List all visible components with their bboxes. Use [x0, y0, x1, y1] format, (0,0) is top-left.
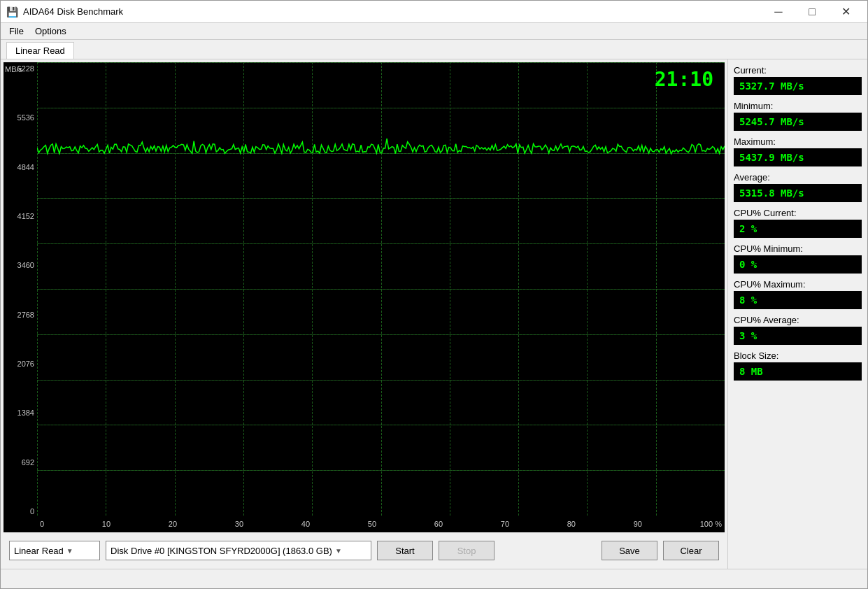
chart-y-axis: 6228 5536 4844 4152 3460 2768 2076 1384 …: [3, 62, 37, 516]
block-size-label: Block Size:: [734, 350, 862, 361]
stop-button[interactable]: Stop: [439, 541, 495, 560]
x-label-60: 60: [434, 520, 443, 528]
x-label-90: 90: [634, 520, 642, 528]
average-value: 5315.8 MB/s: [734, 184, 862, 202]
y-label-5536: 5536: [3, 114, 34, 122]
maximize-button[interactable]: □: [796, 1, 828, 23]
x-label-40: 40: [301, 520, 310, 528]
cpu-maximum-value: 8 %: [734, 291, 862, 309]
maximum-stat: Maximum: 5437.9 MB/s: [734, 136, 862, 166]
cpu-current-label: CPU% Current:: [734, 208, 862, 218]
bottom-controls: Linear Read ▼ Disk Drive #0 [KINGSTON SF…: [3, 535, 725, 566]
save-button[interactable]: Save: [602, 541, 657, 560]
cpu-average-value: 3 %: [734, 327, 862, 345]
benchmark-type-value: Linear Read: [14, 546, 64, 556]
chart-container: MB/s 6228 5536 4844 4152 3460 2768 2076 …: [3, 62, 725, 532]
tab-linear-read[interactable]: Linear Read: [6, 42, 74, 59]
clear-button[interactable]: Clear: [663, 541, 719, 560]
x-label-80: 80: [567, 520, 576, 528]
average-label: Average:: [734, 172, 862, 183]
x-label-30: 30: [235, 520, 243, 528]
minimum-label: Minimum:: [734, 101, 862, 111]
cpu-current-stat: CPU% Current: 2 %: [734, 208, 862, 238]
minimum-value: 5245.7 MB/s: [734, 113, 862, 131]
dropdown-arrow-disk: ▼: [335, 547, 342, 555]
maximum-value: 5437.9 MB/s: [734, 148, 862, 166]
title-bar-controls: ─ □ ✕: [762, 1, 862, 23]
title-bar: 💾 AIDA64 Disk Benchmark ─ □ ✕: [1, 1, 867, 23]
menu-bar: File Options: [1, 23, 867, 40]
maximum-label: Maximum:: [734, 136, 862, 147]
x-label-50: 50: [368, 520, 376, 528]
cpu-maximum-label: CPU% Maximum:: [734, 279, 862, 290]
menu-file[interactable]: File: [3, 24, 29, 38]
cpu-current-value: 2 %: [734, 220, 862, 238]
menu-options[interactable]: Options: [29, 24, 72, 38]
y-label-692: 692: [3, 459, 34, 467]
app-icon: 💾: [6, 6, 17, 17]
y-label-1384: 1384: [3, 409, 34, 417]
y-label-4152: 4152: [3, 213, 34, 220]
disk-value: Disk Drive #0 [KINGSTON SFYRD2000G] (186…: [111, 546, 332, 556]
current-label: Current:: [734, 65, 862, 76]
dropdown-arrow-benchmark: ▼: [66, 547, 73, 555]
y-label-2768: 2768: [3, 311, 34, 319]
x-label-10: 10: [102, 520, 111, 528]
cpu-minimum-label: CPU% Minimum:: [734, 243, 862, 254]
minimum-stat: Minimum: 5245.7 MB/s: [734, 101, 862, 131]
cpu-average-label: CPU% Average:: [734, 315, 862, 325]
minimize-button[interactable]: ─: [762, 1, 795, 23]
current-stat: Current: 5327.7 MB/s: [734, 65, 862, 95]
y-label-0: 0: [3, 508, 34, 516]
tab-bar: Linear Read: [1, 40, 867, 59]
y-label-6228: 6228: [3, 65, 34, 73]
close-button[interactable]: ✕: [830, 1, 862, 23]
y-label-2076: 2076: [3, 360, 34, 368]
chart-x-axis: 0 10 20 30 40 50 60 70 80 90 100 %: [37, 516, 725, 532]
cpu-minimum-value: 0 %: [734, 255, 862, 274]
start-button[interactable]: Start: [377, 541, 433, 560]
x-label-100: 100 %: [700, 520, 722, 528]
content-area: MB/s 6228 5536 4844 4152 3460 2768 2076 …: [1, 59, 867, 569]
cpu-maximum-stat: CPU% Maximum: 8 %: [734, 279, 862, 309]
y-label-3460: 3460: [3, 262, 34, 269]
main-window: 💾 AIDA64 Disk Benchmark ─ □ ✕ File Optio…: [0, 0, 868, 589]
current-value: 5327.7 MB/s: [734, 77, 862, 95]
stats-panel: Current: 5327.7 MB/s Minimum: 5245.7 MB/…: [727, 59, 867, 569]
bottom-bar: [1, 569, 867, 588]
block-size-value: 8 MB: [734, 362, 862, 381]
cpu-minimum-stat: CPU% Minimum: 0 %: [734, 243, 862, 274]
chart-section: MB/s 6228 5536 4844 4152 3460 2768 2076 …: [1, 59, 727, 569]
x-label-20: 20: [169, 520, 177, 528]
title-bar-left: 💾 AIDA64 Disk Benchmark: [6, 6, 123, 17]
window-title: AIDA64 Disk Benchmark: [23, 6, 123, 17]
chart-line: [37, 62, 725, 455]
y-label-4844: 4844: [3, 164, 34, 171]
average-stat: Average: 5315.8 MB/s: [734, 172, 862, 202]
block-size-stat: Block Size: 8 MB: [734, 350, 862, 381]
x-label-70: 70: [501, 520, 509, 528]
x-label-0: 0: [40, 520, 44, 528]
cpu-average-stat: CPU% Average: 3 %: [734, 315, 862, 345]
chart-plot-area: 21:10: [37, 62, 725, 516]
benchmark-type-dropdown[interactable]: Linear Read ▼: [9, 541, 100, 560]
disk-dropdown[interactable]: Disk Drive #0 [KINGSTON SFYRD2000G] (186…: [106, 541, 371, 560]
